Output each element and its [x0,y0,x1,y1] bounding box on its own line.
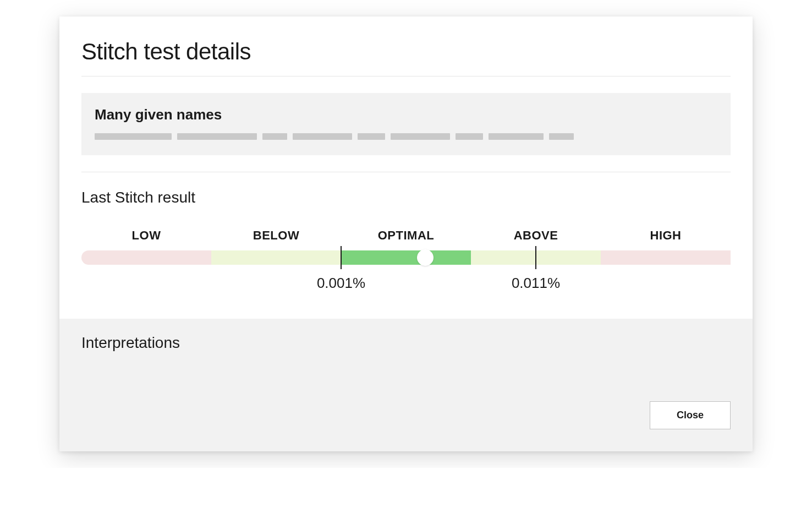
gauge-label-above: ABOVE [471,228,601,243]
modal-footer: Close [59,401,753,451]
modal-header: Stitch test details [59,17,753,76]
placeholder-bar [456,133,483,140]
gauge-segment-optimal [341,250,471,265]
gauge-label-high: HIGH [601,228,731,243]
names-placeholder-row [95,133,717,140]
placeholder-bar [391,133,450,140]
gauge-label-low: LOW [81,228,211,243]
interpretations-section: Interpretations [59,319,753,401]
result-section: Last Stitch result LOW BELOW OPTIMAL ABO… [59,172,753,313]
gauge-value-min: 0.001% [317,275,365,292]
placeholder-bar [358,133,385,140]
gauge-labels: LOW BELOW OPTIMAL ABOVE HIGH [81,228,731,243]
names-section: Many given names [81,93,731,155]
names-label: Many given names [95,106,717,123]
placeholder-bar [489,133,544,140]
gauge-indicator [417,249,434,266]
placeholder-bar [177,133,257,140]
gauge-segment-low [81,250,211,265]
gauge-tick-min [341,246,342,269]
test-details-modal: Stitch test details Many given names Las… [59,17,753,451]
gauge-label-optimal: OPTIMAL [341,228,471,243]
result-label: Last Stitch result [81,189,731,206]
gauge-label-below: BELOW [211,228,341,243]
interpretations-label: Interpretations [81,334,731,352]
divider [81,76,731,77]
gauge-values: 0.001% 0.011% [81,275,731,291]
gauge-bar [81,250,731,265]
gauge-tick-max [535,246,536,269]
gauge-value-max: 0.011% [512,275,560,292]
modal-title: Stitch test details [81,39,731,65]
gauge-segment-high [601,250,731,265]
gauge-segment-below [211,250,341,265]
placeholder-bar [549,133,574,140]
close-button[interactable]: Close [650,401,731,429]
placeholder-bar [262,133,287,140]
result-gauge: LOW BELOW OPTIMAL ABOVE HIGH 0.001% 0.01… [81,228,731,291]
placeholder-bar [293,133,352,140]
placeholder-bar [95,133,172,140]
